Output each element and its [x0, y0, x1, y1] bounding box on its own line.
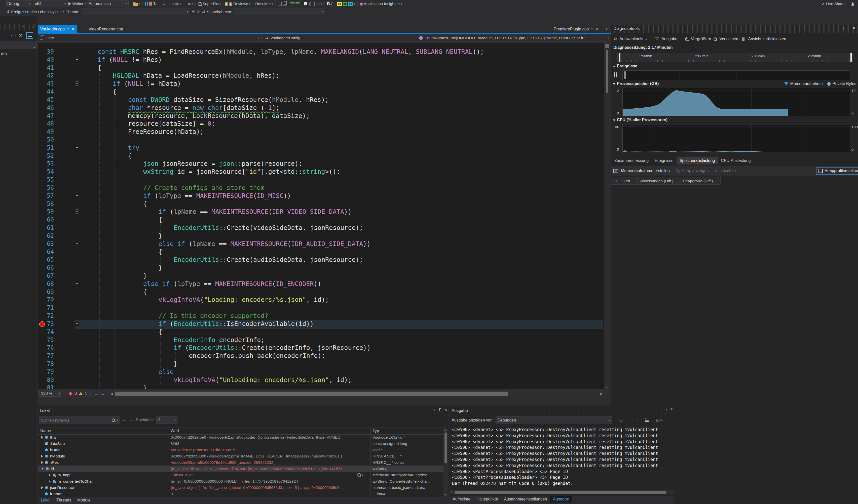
lifecycle-events-icon[interactable]: ↯	[6, 10, 10, 14]
code-line-69[interactable]: 69{	[38, 288, 604, 296]
tab-pin-icon[interactable]	[67, 28, 69, 30]
format-selection-icon[interactable]	[296, 2, 300, 5]
timeline-ruler[interactable]: 1:50min2:00min2:10min2:20min	[617, 53, 853, 62]
code-line-46[interactable]: 46char *resource = new char[dataSize + 1…	[38, 104, 604, 112]
diag-tab-cpu-auslastung[interactable]: CPU-Auslastung	[718, 157, 753, 164]
events-section-header[interactable]: Ereignisse	[611, 64, 858, 68]
application-insights-label[interactable]: Application Insights	[364, 1, 397, 6]
hscroll-left-icon[interactable]: ◀	[111, 392, 113, 395]
expander-icon[interactable]	[41, 436, 43, 439]
bold-icon[interactable]: B	[327, 2, 330, 6]
heap-col-4[interactable]: Heapgröße (Diff.)	[681, 177, 720, 184]
col-name[interactable]: Name	[40, 428, 51, 433]
hscroll-right-icon[interactable]: ▶	[600, 392, 603, 395]
ruler-handle-left[interactable]	[619, 53, 620, 62]
selection-tools-label[interactable]: Auswahltools	[619, 37, 643, 41]
search-forward-icon[interactable]: →	[129, 418, 133, 423]
heap-profiling-button[interactable]: Heapprofilerstellung	[816, 167, 858, 175]
cpu-chart[interactable]	[622, 124, 850, 152]
locals-search-input[interactable]: Suchen (Strg+E) ▾	[39, 417, 120, 424]
fold-marker-icon[interactable]: −	[75, 322, 79, 326]
breadcrumb-project[interactable]: Core ▾	[38, 34, 262, 42]
output-source-dropdown[interactable]: Debuggen▾	[496, 417, 612, 424]
locals-row-hModule[interactable]: hModule0x00007ffd20fb0000 {VoukoderR2.pr…	[38, 453, 444, 459]
goto-message-icon[interactable]: ⮌	[619, 418, 623, 423]
locals-menu-chevron[interactable]: ▾	[434, 408, 435, 412]
code-line-63[interactable]: 63−else if (lpName == MAKEINTRESOURCE(ID…	[38, 240, 604, 248]
copy-tool-icon[interactable]	[283, 2, 286, 5]
continue-button-label[interactable]: Weiter	[72, 1, 83, 6]
find-in-files-icon[interactable]	[133, 3, 138, 6]
code-view-icon[interactable]: <>	[11, 33, 16, 37]
error-count-icon[interactable]: ✕	[69, 392, 73, 395]
feedback-icon[interactable]	[851, 2, 855, 5]
code-line-80[interactable]: 80vkLogInfoVA("Unloading: encoders/%s.js…	[38, 376, 604, 384]
events-track[interactable]	[622, 70, 850, 80]
navigate-back-icon[interactable]: ←	[94, 391, 98, 396]
col-wert[interactable]: Wert	[171, 428, 179, 433]
code-line-53[interactable]: 53json jsonResource = json::parse(resour…	[38, 160, 604, 168]
show-next-statement-icon[interactable]: →	[162, 2, 166, 6]
code-line-67[interactable]: 67}	[38, 272, 604, 280]
code-line-73[interactable]: 73−if (EncoderUtils::IsEncoderAvailable(…	[38, 320, 604, 328]
step-into-icon[interactable]: ⇥	[171, 2, 174, 6]
zoom-out-label[interactable]: Verkleinern	[719, 37, 740, 41]
editor-zoom-dropdown[interactable]: 130 %▾	[39, 391, 62, 396]
code-line-64[interactable]: 64{	[38, 248, 604, 256]
code-line-79[interactable]: 79else	[38, 368, 604, 376]
fold-marker-icon[interactable]: −	[75, 194, 79, 198]
code-line-62[interactable]: 62}	[38, 232, 604, 240]
search-depth-dropdown[interactable]: 3▾	[156, 417, 177, 424]
filter-icon[interactable]	[192, 11, 195, 13]
navigate-forward-icon[interactable]: →	[100, 391, 105, 396]
left-window-menu-chevron[interactable]: ▾	[22, 26, 23, 29]
left-close-icon[interactable]: ×	[32, 25, 34, 29]
tab-voukoder-cpp[interactable]: Voukoder.cpp ✕	[38, 25, 77, 33]
highlight-yellow-icon[interactable]: ab	[337, 2, 342, 6]
view-heap-label[interactable]: Heap anzeigen	[682, 168, 709, 173]
tab-close-icon[interactable]: ✕	[71, 27, 75, 31]
diag-output-label[interactable]: Ausgabe	[662, 37, 677, 41]
fold-marker-icon[interactable]: −	[75, 58, 79, 62]
expander-icon[interactable]	[41, 455, 43, 457]
application-insights-icon[interactable]	[360, 2, 363, 5]
code-line-44[interactable]: 44{	[38, 88, 604, 96]
format-document-icon[interactable]	[290, 2, 295, 5]
thread-dropdown[interactable]: ▾	[81, 9, 190, 15]
code-line-45[interactable]: 45const DWORD dataSize = SizeofResource(…	[38, 96, 604, 104]
zoom-in-label[interactable]: Vergrößern	[691, 37, 711, 41]
tab-close-icon[interactable]: ✕	[595, 27, 599, 31]
code-line-74[interactable]: 74{	[38, 328, 604, 336]
ruler-handle-right[interactable]	[851, 53, 852, 62]
continue-icon[interactable]	[68, 2, 71, 5]
fold-marker-icon[interactable]: −	[75, 81, 79, 86]
highlight-cyan-icon[interactable]: ab	[348, 2, 353, 6]
code-line-43[interactable]: 43−if (NULL != hData)	[38, 80, 604, 88]
code-line-50[interactable]: 50	[38, 136, 604, 144]
code-line-52[interactable]: 52{	[38, 152, 604, 160]
editor-hscroll-thumb[interactable]	[115, 392, 508, 395]
code-line-58[interactable]: 58{	[38, 200, 604, 208]
code-line-51[interactable]: 51−try	[38, 144, 604, 152]
editor-vertical-scrollbar[interactable]: ▾	[604, 43, 610, 389]
code-line-60[interactable]: 60{	[38, 216, 604, 224]
dock-tab-ausgabe[interactable]: Ausgabe	[550, 496, 572, 503]
next-bookmark-icon[interactable]: ❯	[313, 2, 316, 6]
lifecycle-events-label[interactable]: Ereignisse des Lebenszyklus	[11, 10, 61, 14]
diag-tab-speicherauslastung[interactable]: Speicherauslastung	[677, 157, 718, 164]
code-line-76[interactable]: 76if (EncoderUtils::Create(encoderInfo, …	[38, 344, 604, 352]
code-line-41[interactable]: 41{	[38, 64, 604, 72]
cpu-section-header[interactable]: CPU (% aller Prozessoren)	[611, 118, 858, 122]
breadcrumb-method[interactable]: EnumNamesFunc(HMODULE hModule, LPCTSTR l…	[417, 34, 611, 42]
locals-row-m_convertedToChar[interactable]: m_convertedToChar{m_str=0x00000000000000…	[38, 478, 444, 484]
locals-row-hData[interactable]: hDataVoukoderR2.prm!0x00007ffd3100e2f0vo…	[38, 447, 444, 453]
memory-chart[interactable]	[622, 88, 850, 116]
code-line-75[interactable]: 75EncoderInfo encoderInfo;	[38, 336, 604, 344]
debug-config-dropdown[interactable]: Debug▾	[5, 0, 32, 7]
swap-threads-icon[interactable]: ⇄	[202, 10, 205, 14]
code-line-56[interactable]: 56// Create configs and store them	[38, 184, 604, 192]
clear-bookmarks-icon[interactable]: ×	[317, 2, 320, 6]
dock-tab-haltepunkte[interactable]: Haltepunkte	[473, 496, 501, 503]
fold-marker-icon[interactable]: −	[75, 242, 79, 246]
heap-col-2[interactable]: Zeit	[621, 177, 637, 184]
